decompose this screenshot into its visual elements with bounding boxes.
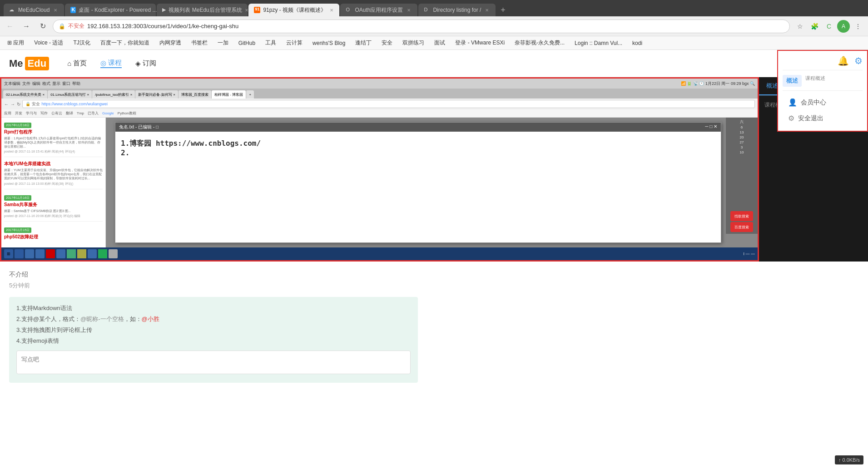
- inner-browser: 文本编辑 文件 编辑 格式 显示 窗口 帮助 📶 🔋 📡 🕐 1月22日 周一 …: [1, 79, 758, 260]
- inner-forward: →: [10, 102, 15, 107]
- taskbar-icon-10: [109, 249, 118, 258]
- bookmark-vmware[interactable]: 登录 - VMware ESXi: [451, 38, 508, 48]
- tab-label-5: OAuth应用程序设置: [355, 6, 403, 14]
- app-header: Me Edu ⌂ 首页 ◎ 课程 ◈ 订阅 �: [0, 50, 868, 77]
- dialog-line-2: 2.: [121, 148, 715, 157]
- post-excerpt-3: 摘要：Samba基于 CIFS/SMB协议 图2 图3 图...: [4, 209, 103, 213]
- tab-close-5[interactable]: ✕: [406, 7, 412, 13]
- inner-address-input: 🔒 安全 https://www.cnblogs.com/wuliangwei: [22, 100, 755, 108]
- tab-meducloud[interactable]: ☁ MeEduCloud ✕: [4, 4, 64, 16]
- inner-tab-5: 博客园_百度搜索: [179, 90, 211, 99]
- tab-directory[interactable]: D Directory listing for / ✕: [418, 4, 496, 16]
- tab-label-2: 桌面 - KodExplorer - Powered ...: [79, 6, 157, 14]
- inner-bm-google: Google: [102, 111, 114, 115]
- inner-menu-chuankou: 窗口: [62, 81, 70, 87]
- security-label: 不安全: [68, 22, 84, 30]
- inner-tab-2: 01.Linux系统压缩与打 ×: [48, 90, 92, 99]
- inner-menu-wenbianji: 文本编辑: [4, 81, 20, 87]
- address-bar: ← → ↻ 🔒 不安全 192.168.153.128:3003/course/…: [0, 16, 868, 36]
- calendar-header: 六: [740, 119, 744, 124]
- bookmark-baidu[interactable]: 百度一下，你就知道: [97, 38, 153, 48]
- inner-system-info: 📶 🔋 📡 🕐 1月22日 周一 09:29 bgx 🔍: [681, 81, 755, 87]
- reload-button[interactable]: ↻: [36, 20, 49, 33]
- post-excerpt-1: 摘要：1.Rpm打包程序1.1为什么要使用rpm打包程序1.2在的合适的编译参数…: [4, 136, 103, 148]
- subscribe-icon: ◈: [135, 59, 141, 68]
- tab-close-1[interactable]: ✕: [52, 7, 59, 13]
- inner-tab-4: 新手疑问必备-如何写 ×: [135, 90, 178, 99]
- bookmark-dvwa[interactable]: Login :: Damn Vul...: [571, 39, 626, 47]
- bookmark-wenhs[interactable]: wenhs'S Blog: [309, 39, 349, 47]
- dialog-box: 兔名.txt - 已编辑 - □ ─ □ ✕ 1.博客园 https://www…: [115, 122, 721, 243]
- cal-10: 10: [740, 150, 744, 154]
- inner-red-btn-2: 百度搜索: [730, 222, 753, 232]
- account-button[interactable]: C: [823, 20, 835, 33]
- comment-feature-3: 3.支持拖拽图片到评论框上传: [16, 326, 411, 334]
- nav-course[interactable]: ◎ 课程: [100, 59, 122, 68]
- bookmark-shuangpin[interactable]: 双拼练习: [399, 38, 428, 48]
- bookmark-neiwang[interactable]: 内网穿透: [156, 38, 185, 48]
- inner-browser-topbar: 文本编辑 文件 编辑 格式 显示 窗口 帮助 📶 🔋 📡 🕐 1月22日 周一 …: [1, 79, 758, 89]
- bookmark-kodi[interactable]: kodi: [629, 39, 646, 47]
- nav-subscribe[interactable]: ◈ 订阅: [135, 59, 156, 68]
- inner-address-bar: ← → ↻ 🔒 安全 https://www.cnblogs.com/wulia…: [1, 99, 758, 109]
- blog-post-4: 2017年11月15日 php502故障处理: [4, 225, 103, 240]
- bookmark-voice[interactable]: Voice - 适适: [30, 38, 67, 48]
- bookmark-github[interactable]: GitHub: [235, 39, 259, 47]
- inner-bm-translate: 翻译: [66, 111, 73, 116]
- bookmark-yunjiasuan[interactable]: 云计算: [283, 38, 306, 48]
- user-avatar-button[interactable]: A: [837, 20, 850, 33]
- comment-textarea[interactable]: [16, 351, 411, 374]
- inner-back: ←: [4, 102, 9, 107]
- forward-button[interactable]: →: [20, 20, 33, 33]
- dialog-content: 1.博客园 https://www.cnblogs.com/ 2.: [115, 132, 721, 164]
- site-logo: Me Edu: [9, 57, 49, 70]
- member-center-item[interactable]: 👤 会员中心: [783, 94, 863, 110]
- post-title-3: Samba共享服务: [4, 202, 103, 208]
- new-tab-button[interactable]: +: [496, 4, 509, 16]
- video-description: 不介绍: [9, 271, 536, 279]
- inner-bm-import: 已导入: [88, 111, 99, 116]
- bookmark-yijia[interactable]: 一加: [214, 38, 232, 48]
- bookmark-apps[interactable]: ⊞ 应用: [4, 38, 28, 48]
- bookmark-netflix[interactable]: 奈菲影视-永久免费...: [511, 38, 568, 48]
- post-title-2: 本地YUM仓库搭建实战: [4, 161, 103, 167]
- bookmark-anquan[interactable]: 安全: [378, 38, 396, 48]
- course-icon: ◎: [100, 59, 106, 67]
- settings-icon[interactable]: ⚙: [854, 55, 863, 66]
- address-input-container[interactable]: 🔒 不安全 192.168.153.128:3003/course/1/vide…: [53, 20, 790, 33]
- tab-91pzy[interactable]: 91 91pzy - 视频《课程概述》 ✕: [248, 4, 339, 16]
- menu-button[interactable]: ⋮: [852, 20, 864, 33]
- tab-close-6[interactable]: ✕: [484, 7, 490, 13]
- inner-bm-tmp: Tmp: [77, 111, 84, 115]
- inner-menu-wenjian: 文件: [22, 81, 30, 87]
- tab-close-4[interactable]: ✕: [329, 7, 334, 13]
- taskbar-icon-2: [25, 249, 34, 258]
- extensions-button[interactable]: 🧩: [808, 20, 821, 33]
- tab-meidu-admin[interactable]: ▶ 视频列表 MeEdu后台管理系统 ✕: [157, 4, 248, 16]
- inner-menu-bangzhu: 帮助: [72, 81, 80, 87]
- inner-content: 2017年11月18日 Rpm打包程序 摘要：1.Rpm打包程序1.1为什么要使…: [1, 118, 758, 247]
- post-date-1: 2017年11月18日: [4, 123, 31, 128]
- active-dropdown-item[interactable]: 概述: [783, 75, 802, 87]
- dialog-line-1: 1.博客园 https://www.cnblogs.com/: [121, 139, 715, 148]
- course-label: 课程概述: [805, 75, 825, 82]
- bookmarks-bar: ⊞ 应用 Voice - 适适 TJ汉化 百度一下，你就知道 内网穿透 书签栏 …: [0, 36, 868, 50]
- logout-icon: ⚙: [788, 114, 794, 123]
- taskbar-icon-9: [98, 249, 107, 258]
- tab-label-3: 视频列表 MeEdu后台管理系统: [169, 6, 242, 14]
- tab-close-3[interactable]: ✕: [245, 7, 248, 13]
- nav-home[interactable]: ⌂ 首页: [67, 59, 87, 68]
- tab-oauth[interactable]: O OAuth应用程序设置 ✕: [340, 4, 417, 16]
- bookmark-tj[interactable]: TJ汉化: [69, 38, 94, 48]
- bookmark-pengjie[interactable]: 逢结丁: [352, 38, 375, 48]
- tab-favicon-6: D: [424, 7, 430, 13]
- bookmark-shujianlan[interactable]: 书签栏: [188, 38, 211, 48]
- logo-me: Me: [9, 58, 23, 69]
- bookmark-star-button[interactable]: ☆: [794, 20, 806, 33]
- notification-icon[interactable]: 🔔: [838, 55, 849, 66]
- back-button[interactable]: ←: [4, 20, 16, 33]
- bookmark-gongju[interactable]: 工具: [262, 38, 280, 48]
- bookmark-mianshi[interactable]: 面试: [431, 38, 449, 48]
- logout-item[interactable]: ⚙ 安全退出: [783, 110, 863, 126]
- tab-kodexplorer[interactable]: K 桌面 - KodExplorer - Powered ... ✕: [65, 4, 156, 16]
